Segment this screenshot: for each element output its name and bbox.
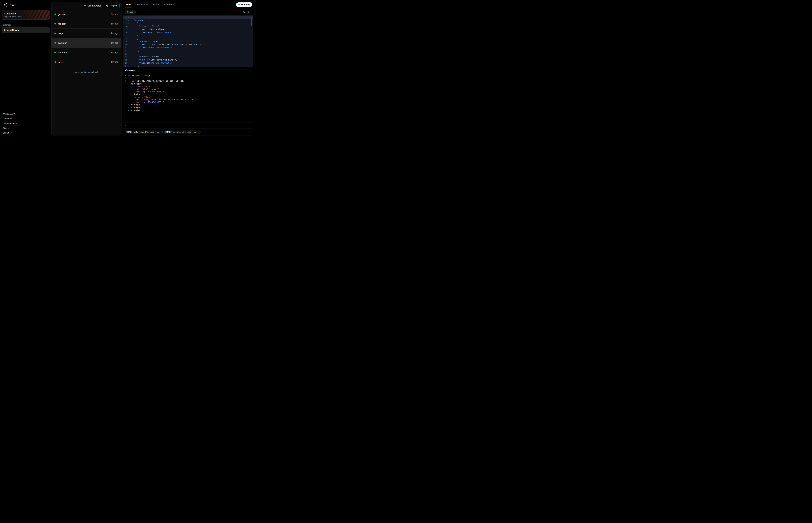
- console-header[interactable]: Console: [123, 67, 253, 73]
- editor-line: 15 "text": "Long live the King!",: [123, 58, 253, 61]
- editor-line-code: },: [131, 34, 139, 37]
- editor-line-code: {: [131, 22, 138, 25]
- state-editor[interactable]: 1⌄{2⌄ "messages": [3⌄ {4 "sender": "User…: [123, 15, 253, 67]
- console-object[interactable]: ▼0: Object: [124, 83, 251, 86]
- editor-line-code: },: [131, 65, 139, 67]
- console-prompt-input[interactable]: >: [123, 122, 253, 128]
- editor-line: 8⌄ {: [123, 37, 253, 40]
- actor-row-general[interactable]: general2m ago: [51, 10, 121, 19]
- fold-toggle-icon[interactable]: ⌄: [127, 52, 130, 55]
- result-summary-text: (5) [Object, Object, Object, Object, Obj…: [131, 80, 184, 82]
- editor-gutter: 3⌄: [123, 22, 131, 25]
- line-number: 14: [123, 55, 127, 58]
- fold-spacer: [127, 40, 130, 43]
- editor-line: 13⌄ {: [123, 52, 253, 55]
- create-actor-button[interactable]: Create Actor: [82, 3, 103, 8]
- prompt-icon: >: [125, 74, 126, 77]
- console-object-label: 2: Object: [131, 103, 142, 106]
- editor-gutter: 4: [123, 25, 131, 28]
- external-link-icon: ↗: [11, 127, 12, 129]
- editor-gutter: 14: [123, 55, 131, 58]
- fold-spacer: [127, 31, 130, 34]
- console-history-entry[interactable]: > actor.getHistory(): [123, 73, 253, 78]
- tab-state[interactable]: State: [123, 1, 133, 8]
- fold-toggle-icon[interactable]: ⌄: [127, 37, 130, 40]
- actor-status-dot-icon: [54, 61, 56, 63]
- actor-row-frontend[interactable]: frontend1m ago: [51, 48, 121, 57]
- line-number: 6: [123, 31, 127, 34]
- console-result-summary[interactable]: < ▼ (5) [Object, Object, Object, Object,…: [124, 80, 251, 83]
- editor-lines: 1⌄{2⌄ "messages": [3⌄ {4 "sender": "User…: [123, 16, 253, 67]
- expand-triangle-icon[interactable]: ▼: [128, 80, 131, 83]
- console-object[interactable]: ▼1: Object: [124, 93, 251, 96]
- save-state-button[interactable]: [242, 10, 246, 14]
- footer-link-documentation[interactable]: Documentation: [2, 121, 50, 126]
- console-object[interactable]: ▶3: Object: [124, 106, 251, 109]
- footer-link-github[interactable]: GitHub↗: [2, 130, 50, 135]
- console-property: timestamp: 1764043991880: [124, 90, 251, 93]
- actors-panel: Create Actor Display general2m agorandom…: [51, 2, 121, 136]
- collapse-triangle-icon[interactable]: ▼: [128, 83, 131, 86]
- actor-created-time: 1m ago: [111, 41, 118, 44]
- actor-name: frontend: [58, 51, 109, 54]
- editor-gutter: 2⌄: [123, 19, 131, 22]
- editor-line-code: {: [131, 37, 138, 40]
- editor-gutter: 15: [123, 58, 131, 61]
- editor-line-code: "sender": "User",: [131, 40, 161, 43]
- state-card: Live 1⌄{2⌄ "messages": [3⌄ {4 "sender": …: [123, 8, 253, 136]
- inspector-panel: StateConnectionsEventsDatabase Running L…: [121, 0, 255, 137]
- line-number: 17: [123, 65, 127, 67]
- expand-triangle-icon[interactable]: ▶: [128, 109, 131, 112]
- editor-line-code: {: [131, 16, 133, 19]
- editor-gutter: 10: [123, 43, 131, 46]
- fold-toggle-icon[interactable]: ⌄: [127, 16, 130, 19]
- footer-link-whats-new-[interactable]: Whats new?: [2, 112, 50, 116]
- fold-toggle-icon[interactable]: ⌄: [127, 22, 130, 25]
- instances-label: Instances: [3, 24, 49, 26]
- footer-link-discord[interactable]: Discord↗: [2, 126, 50, 130]
- instance-name: chatRoom: [7, 29, 19, 32]
- sidebar-item-instance[interactable]: chatRoom: [2, 28, 50, 33]
- sliders-icon: [106, 4, 108, 7]
- chevron-down-icon[interactable]: [248, 69, 250, 71]
- editor-line: 14 "sender": "User",: [123, 55, 253, 58]
- editor-scrollbar[interactable]: [251, 17, 253, 26]
- sidebar: R Rivet Connected http://localhost:6420 …: [0, 0, 51, 137]
- tab-events[interactable]: Events: [151, 1, 162, 8]
- actor-status-dot-icon: [54, 33, 56, 34]
- console-object[interactable]: ▶4: Object: [124, 109, 251, 112]
- editor-line: 2⌄ "messages": [: [123, 19, 253, 22]
- console-object-label: 3: Object: [131, 106, 142, 109]
- actor-row-dogs[interactable]: dogs1m ago: [51, 29, 121, 38]
- editor-gutter: 13⌄: [123, 52, 131, 55]
- editor-line: 4 "sender": "User",: [123, 25, 253, 28]
- tab-database[interactable]: Database: [162, 1, 176, 8]
- editor-line-code: "timestamp": 1764043995517: [131, 46, 172, 49]
- connection-url: http://localhost:6420: [4, 15, 47, 18]
- actor-created-time: 1m ago: [111, 22, 118, 25]
- live-indicator[interactable]: Live: [124, 10, 136, 14]
- expand-triangle-icon[interactable]: ▶: [128, 107, 131, 109]
- actor-row-cats[interactable]: cats1m ago: [51, 57, 121, 67]
- editor-line: 10 "text": " Nay, answer me. Stand and u…: [123, 43, 253, 46]
- editor-line: 3⌄ {: [123, 22, 253, 25]
- expand-triangle-icon[interactable]: ▶: [128, 104, 131, 106]
- actor-name: general: [58, 13, 109, 16]
- rpc-button-actor-sendmessage-[interactable]: RPCactor.sendMessage(...): [125, 130, 163, 134]
- actor-row-backend[interactable]: backend1m ago: [51, 38, 121, 48]
- fold-toggle-icon[interactable]: ⌄: [127, 19, 130, 22]
- editor-line-code: {: [131, 52, 138, 55]
- collapse-triangle-icon[interactable]: ▼: [128, 93, 131, 96]
- footer-link-feedback[interactable]: Feedback: [2, 116, 50, 121]
- console-object[interactable]: ▶2: Object: [124, 103, 251, 106]
- tab-connections[interactable]: Connections: [133, 1, 151, 8]
- sidebar-spacer: [0, 33, 51, 110]
- reset-state-button[interactable]: [247, 10, 251, 14]
- console-property: text: "Who’s there?": [124, 88, 251, 91]
- rpc-button-actor-gethistory-[interactable]: RPCactor.getHistory(...): [165, 130, 201, 134]
- editor-line: 12 },: [123, 49, 253, 52]
- actor-row-random[interactable]: random1m ago: [51, 19, 121, 29]
- fold-spacer: [127, 46, 130, 49]
- display-button[interactable]: Display: [104, 3, 120, 8]
- console-title: Console: [125, 69, 135, 72]
